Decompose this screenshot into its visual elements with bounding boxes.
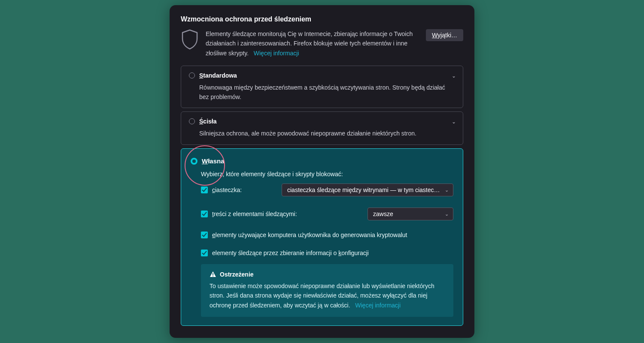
option-strict-label: Ścisła (199, 118, 216, 125)
radio-custom[interactable] (191, 158, 197, 165)
label-tracking-content: treści z elementami śledzącymi: (212, 211, 297, 217)
custom-heading: Wybierz, które elementy śledzące i skryp… (201, 171, 453, 178)
svg-rect-0 (213, 273, 213, 275)
chevron-down-icon[interactable]: ⌄ (452, 119, 456, 125)
warning-learn-more-link[interactable]: Więcej informacji (355, 302, 401, 309)
option-custom[interactable]: Własna Wybierz, które elementy śledzące … (181, 148, 463, 326)
row-fingerprinters: elementy śledzące przez zbieranie inform… (201, 250, 453, 256)
chevron-down-icon: ⌄ (445, 187, 449, 193)
warning-title: Ostrzeżenie (220, 271, 254, 278)
option-custom-label: Własna (202, 157, 225, 165)
shield-icon (181, 29, 199, 50)
svg-rect-1 (213, 276, 213, 277)
checkbox-cryptominers[interactable] (201, 232, 208, 238)
tracking-protection-panel: Wzmocniona ochrona przed śledzeniem Elem… (170, 5, 474, 338)
option-strict[interactable]: Ścisła ⌄ Silniejsza ochrona, ale może po… (181, 111, 463, 145)
warning-body: To ustawienie może spowodować niepoprawn… (210, 281, 445, 310)
exceptions-button[interactable]: Wyjątki… (426, 29, 463, 41)
label-cookies: ciasteczka: (212, 187, 242, 193)
radio-strict[interactable] (189, 118, 195, 124)
chevron-down-icon: ⌄ (445, 211, 449, 217)
label-fingerprinters: elementy śledzące przez zbieranie inform… (212, 250, 369, 256)
option-standard-desc: Równowaga między bezpieczeństwem a szybk… (189, 83, 455, 102)
learn-more-link[interactable]: Więcej informacji (254, 50, 299, 57)
checkbox-cookies[interactable] (201, 187, 208, 193)
row-tracking-content: treści z elementami śledzącymi: zawsze ⌄ (201, 208, 453, 220)
option-standard[interactable]: Standardowa ⌄ Równowaga między bezpiecze… (181, 66, 463, 108)
checkbox-tracking-content[interactable] (201, 211, 208, 217)
row-cryptominers: elementy używające komputera użytkownika… (201, 232, 453, 238)
checkbox-fingerprinters[interactable] (201, 250, 208, 256)
intro-text: Elementy śledzące monitorują Cię w Inter… (206, 29, 419, 58)
warning-box: Ostrzeżenie To ustawienie może spowodowa… (201, 264, 453, 317)
select-cookies[interactable]: ciasteczka śledzące między witrynami — w… (282, 184, 453, 196)
select-tracking-content[interactable]: zawsze ⌄ (368, 208, 453, 220)
row-cookies: ciasteczka: ciasteczka śledzące między w… (201, 184, 453, 196)
option-standard-label: Standardowa (199, 72, 237, 79)
chevron-down-icon[interactable]: ⌄ (452, 73, 456, 79)
intro-body: Elementy śledzące monitorują Cię w Inter… (206, 30, 413, 57)
label-cryptominers: elementy używające komputera użytkownika… (212, 232, 407, 238)
option-strict-desc: Silniejsza ochrona, ale może powodować n… (189, 129, 455, 138)
warning-icon (210, 271, 216, 278)
warning-title-row: Ostrzeżenie (210, 271, 445, 278)
panel-title: Wzmocniona ochrona przed śledzeniem (181, 15, 463, 23)
intro-row: Elementy śledzące monitorują Cię w Inter… (181, 29, 463, 58)
highlight-ring (185, 145, 225, 186)
radio-standard[interactable] (189, 72, 195, 78)
